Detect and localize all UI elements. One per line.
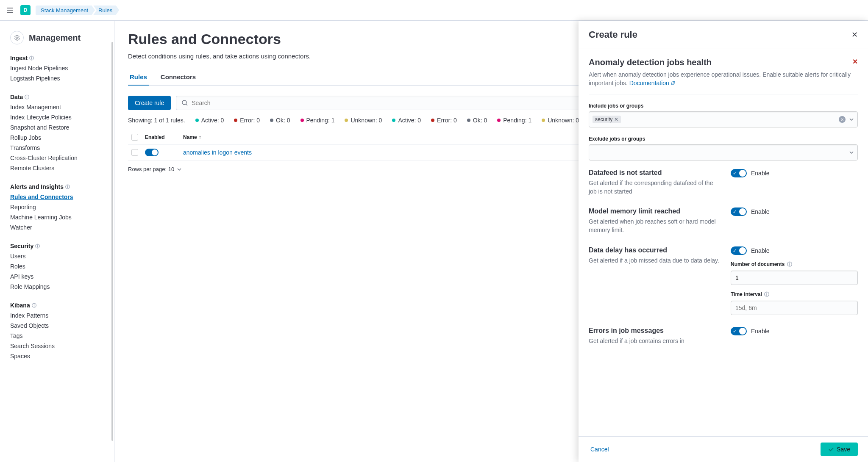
- include-jobs-combobox[interactable]: security ✕ ✕: [589, 111, 858, 127]
- row-checkbox[interactable]: [131, 149, 138, 156]
- field-input[interactable]: [731, 271, 858, 285]
- nav-item[interactable]: Index Lifecycle Policies: [10, 112, 104, 122]
- chevron-down-icon[interactable]: [849, 150, 854, 155]
- showing-text: Showing: 1 of 1 rules.: [128, 117, 185, 124]
- enable-switch[interactable]: [731, 327, 747, 335]
- status-dot-icon: [270, 119, 273, 122]
- status-item[interactable]: Error: 0: [234, 117, 260, 124]
- nav-item[interactable]: Index Management: [10, 102, 104, 112]
- rule-name-link[interactable]: anomalies in logon events: [183, 149, 252, 156]
- create-rule-button[interactable]: Create rule: [128, 96, 171, 110]
- nav-item[interactable]: Search Sessions: [10, 341, 104, 351]
- nav-item[interactable]: Rollup Jobs: [10, 133, 104, 143]
- nav-item[interactable]: Tags: [10, 331, 104, 341]
- health-check-row: Datafeed is not started Get alerted if t…: [589, 169, 858, 196]
- field-input[interactable]: [731, 301, 858, 315]
- status-dot-icon: [195, 119, 199, 122]
- status-dot-icon: [542, 119, 545, 122]
- remove-rule-type-icon[interactable]: ✕: [852, 58, 858, 66]
- nav-item[interactable]: Ingest Node Pipelines: [10, 63, 104, 73]
- breadcrumbs: Stack Management Rules: [36, 6, 119, 15]
- clear-all-icon[interactable]: ✕: [839, 116, 846, 123]
- sort-arrow-icon: ↑: [199, 134, 201, 140]
- documentation-link[interactable]: Documentation: [629, 80, 676, 86]
- nav-item[interactable]: Logstash Pipelines: [10, 73, 104, 83]
- enable-switch[interactable]: [731, 246, 747, 255]
- status-item[interactable]: Active: 0: [195, 117, 224, 124]
- status-item[interactable]: Unknown: 0: [542, 117, 579, 124]
- nav-item[interactable]: Transforms: [10, 143, 104, 153]
- menu-toggle[interactable]: [5, 5, 15, 15]
- info-icon: ⓘ: [35, 243, 40, 249]
- exclude-jobs-label: Exclude jobs or groups: [589, 136, 858, 142]
- status-item[interactable]: Unknown: 0: [345, 117, 382, 124]
- rule-type-description: Alert when anomaly detection jobs experi…: [589, 71, 858, 87]
- nav-item[interactable]: Users: [10, 251, 104, 261]
- nav-item[interactable]: Cross-Cluster Replication: [10, 153, 104, 163]
- check-description: Get alerted if a job missed data due to …: [589, 257, 721, 265]
- status-item[interactable]: Pending: 1: [497, 117, 531, 124]
- gear-icon: [10, 31, 24, 44]
- space-avatar[interactable]: D: [20, 5, 31, 15]
- status-item[interactable]: Ok: 0: [270, 117, 290, 124]
- enable-label: Enable: [751, 328, 770, 335]
- column-enabled[interactable]: Enabled: [145, 134, 183, 140]
- nav-item[interactable]: Spaces: [10, 351, 104, 361]
- help-icon[interactable]: ⓘ: [785, 261, 792, 267]
- close-icon[interactable]: ✕: [851, 30, 858, 39]
- check-title: Data delay has occurred: [589, 246, 721, 254]
- management-sidebar: Management Ingest ⓘIngest Node Pipelines…: [0, 21, 114, 462]
- check-description: Get alerted if the corresponding datafee…: [589, 179, 721, 196]
- nav-section-title: Security ⓘ: [10, 243, 104, 249]
- svg-point-0: [182, 100, 186, 105]
- chevron-down-icon[interactable]: [849, 117, 854, 122]
- nav-item[interactable]: Watcher: [10, 222, 104, 232]
- status-dot-icon: [392, 119, 395, 122]
- nav-section-title: Alerts and Insights ⓘ: [10, 183, 104, 190]
- status-item[interactable]: Pending: 1: [300, 117, 335, 124]
- nav-item[interactable]: Machine Learning Jobs: [10, 212, 104, 222]
- breadcrumb-stack-management[interactable]: Stack Management: [36, 6, 95, 15]
- nav-item[interactable]: Roles: [10, 261, 104, 271]
- nav-item[interactable]: API keys: [10, 271, 104, 282]
- cancel-button[interactable]: Cancel: [589, 443, 611, 456]
- status-dot-icon: [497, 119, 501, 122]
- status-dot-icon: [234, 119, 237, 122]
- enable-switch[interactable]: [731, 169, 747, 177]
- info-icon: ⓘ: [29, 55, 34, 61]
- enable-switch[interactable]: [731, 207, 747, 216]
- remove-pill-icon[interactable]: ✕: [614, 116, 618, 122]
- status-dot-icon: [345, 119, 348, 122]
- nav-section-title: Kibana ⓘ: [10, 302, 104, 309]
- save-button[interactable]: Save: [821, 443, 858, 456]
- tab-rules[interactable]: Rules: [128, 70, 149, 86]
- check-title: Errors in job messages: [589, 327, 721, 335]
- info-icon: ⓘ: [25, 94, 29, 100]
- status-item[interactable]: Error: 0: [431, 117, 457, 124]
- combo-pill-security: security ✕: [593, 116, 621, 123]
- nav-item[interactable]: Snapshot and Restore: [10, 122, 104, 133]
- health-check-row: Data delay has occurred Get alerted if a…: [589, 246, 858, 315]
- nav-item[interactable]: Remote Clusters: [10, 163, 104, 173]
- breadcrumb-rules[interactable]: Rules: [93, 6, 119, 15]
- status-item[interactable]: Ok: 0: [467, 117, 487, 124]
- field-label: Number of documents ⓘ: [731, 261, 858, 268]
- nav-item[interactable]: Rules and Connectors: [10, 192, 104, 202]
- help-icon[interactable]: ⓘ: [763, 291, 769, 297]
- field-label: Time interval ⓘ: [731, 291, 858, 298]
- health-check-row: Model memory limit reached Get alerted w…: [589, 207, 858, 234]
- enabled-toggle[interactable]: [145, 149, 159, 156]
- create-rule-flyout: Create rule ✕ Anomaly detection jobs hea…: [579, 21, 868, 462]
- nav-item[interactable]: Index Patterns: [10, 310, 104, 321]
- check-description: Get alerted when job reaches soft or har…: [589, 218, 721, 234]
- nav-item[interactable]: Role Mappings: [10, 282, 104, 292]
- exclude-jobs-combobox[interactable]: [589, 144, 858, 160]
- nav-item[interactable]: Reporting: [10, 202, 104, 212]
- info-icon: ⓘ: [32, 302, 36, 309]
- select-all-checkbox[interactable]: [131, 134, 138, 141]
- status-item[interactable]: Active: 0: [392, 117, 421, 124]
- enable-label: Enable: [751, 170, 770, 177]
- check-icon: [828, 446, 834, 452]
- tab-connectors[interactable]: Connectors: [159, 70, 198, 86]
- nav-item[interactable]: Saved Objects: [10, 321, 104, 331]
